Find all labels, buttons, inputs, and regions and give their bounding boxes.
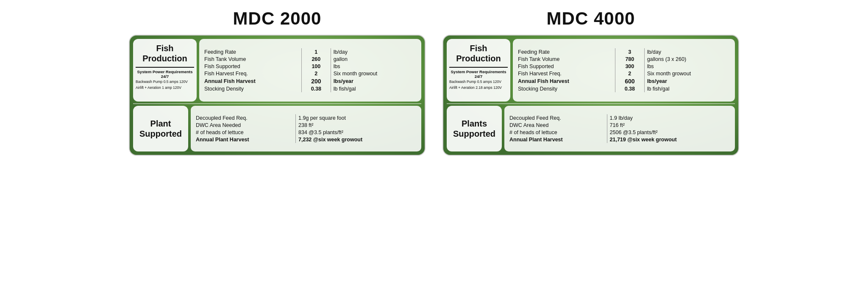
- fish-data-row: Fish Tank Volume260gallon: [203, 55, 418, 63]
- plant-data-row: Decoupled Feed Req.1.9 lb/day: [508, 114, 732, 121]
- fish-section-row: FishProductionSystem Power Requirements …: [443, 36, 738, 103]
- plant-row-value: 238 ft²: [296, 121, 418, 129]
- airlift-info: Airlift + Aeration 1 amp 120V: [136, 85, 194, 91]
- unit-mdc2000: MDC 2000FishProductionSystem Power Requi…: [129, 8, 426, 156]
- fish-production-label: FishProductionSystem Power Requirements …: [133, 39, 197, 102]
- airlift-info: Airlift + Aeration 2.18 amps 120V: [449, 85, 508, 91]
- fish-production-label: FishProductionSystem Power Requirements …: [447, 39, 510, 102]
- plant-data-row: # of heads of lettuce2506 @3.5 plants/ft…: [508, 129, 732, 136]
- plant-data-row: # of heads of lettuce834 @3.5 plants/ft²: [194, 129, 418, 136]
- plant-row-label: DWC Area Need: [508, 121, 607, 129]
- fish-row-value: 1: [302, 48, 331, 55]
- fish-production-title: FishProduction: [142, 43, 187, 63]
- plant-data-panel: Decoupled Feed Req.1.9 lb/dayDWC Area Ne…: [504, 106, 735, 151]
- card-content: FishProductionSystem Power Requirements …: [443, 36, 738, 155]
- fish-row-unit: Six month growout: [331, 70, 418, 77]
- fish-data-row: Feeding Rate3lb/day: [516, 48, 732, 55]
- fish-row-label: Fish Supported: [516, 63, 615, 70]
- fish-row-value: 2: [615, 70, 645, 77]
- fish-section-row: FishProductionSystem Power Requirements …: [130, 36, 425, 103]
- fish-data-panel: Feeding Rate3lb/dayFish Tank Volume780ga…: [513, 39, 735, 102]
- fish-data-row: Fish Harvest Freq.2Six month growout: [203, 70, 418, 77]
- plant-data-table: Decoupled Feed Req.1.9 lb/dayDWC Area Ne…: [508, 114, 732, 143]
- fish-row-label: Feeding Rate: [516, 48, 615, 55]
- fish-row-label: Annual Fish Harvest: [203, 77, 302, 85]
- fish-data-row: Stocking Density0.38lb fish/gal: [203, 85, 418, 92]
- fish-data-row: Fish Supported300lbs: [516, 63, 732, 70]
- plant-data-panel: Decoupled Feed Req.1.9g per square footD…: [191, 106, 421, 151]
- fish-row-unit: lbs/year: [331, 77, 418, 85]
- plant-section-row: PlantsSupportedDecoupled Feed Req.1.9 lb…: [443, 104, 738, 155]
- plant-row-value: 7,232 @six week growout: [296, 136, 418, 143]
- fish-row-label: Feeding Rate: [203, 48, 302, 55]
- plant-supported-label: PlantsSupported: [447, 106, 502, 151]
- fish-row-label: Fish Harvest Freq.: [203, 70, 302, 77]
- fish-data-table: Feeding Rate1lb/dayFish Tank Volume260ga…: [203, 48, 418, 92]
- page-container: MDC 2000FishProductionSystem Power Requi…: [8, 8, 860, 156]
- plant-row-label: Annual Plant Harvest: [194, 136, 296, 143]
- fish-data-row: Stocking Density0.38lb fish/gal: [516, 85, 732, 92]
- fish-data-row: Fish Harvest Freq.2Six month growout: [516, 70, 732, 77]
- fish-row-unit: gallon: [331, 55, 418, 63]
- plant-supported-title: PlantsSupported: [453, 118, 495, 139]
- plant-data-row: Decoupled Feed Req.1.9g per square foot: [194, 114, 418, 121]
- plant-data-row: DWC Area Needed238 ft²: [194, 121, 418, 129]
- fish-row-value: 2: [302, 70, 331, 77]
- fish-row-value: 100: [302, 63, 331, 70]
- fish-row-value: 300: [615, 63, 645, 70]
- title-mdc2000: MDC 2000: [233, 8, 322, 29]
- fish-row-label: Fish Supported: [203, 63, 302, 70]
- backwash-pump-info: Backwash Pump 0.5 amps 120V: [136, 80, 194, 85]
- backwash-pump-info: Backwash Pump 0.5 amps 120V: [449, 80, 508, 85]
- plant-supported-title: PlantSupported: [139, 118, 182, 139]
- fish-production-title: FishProduction: [456, 43, 501, 63]
- fish-data-row: Annual Fish Harvest600lbs/year: [516, 77, 732, 85]
- fish-row-unit: lb/day: [644, 48, 732, 55]
- fish-row-unit: lb fish/gal: [331, 85, 418, 92]
- fish-row-label: Stocking Density: [203, 85, 302, 92]
- card-mdc4000: FishProductionSystem Power Requirements …: [442, 35, 739, 156]
- plant-data-row: DWC Area Need716 ft²: [508, 121, 732, 129]
- fish-row-value: 3: [615, 48, 645, 55]
- fish-row-value: 600: [615, 77, 645, 85]
- fish-data-panel: Feeding Rate1lb/dayFish Tank Volume260ga…: [199, 39, 421, 102]
- plant-row-label: # of heads of lettuce: [508, 129, 607, 136]
- fish-row-label: Fish Harvest Freq.: [516, 70, 615, 77]
- plant-row-value: 1.9g per square foot: [296, 114, 418, 121]
- fish-row-unit: lbs: [644, 63, 732, 70]
- fish-row-label: Fish Tank Volume: [516, 55, 615, 63]
- fish-row-unit: lb/day: [331, 48, 418, 55]
- fish-row-value: 260: [302, 55, 331, 63]
- fish-row-value: 0.38: [615, 85, 645, 92]
- plant-row-label: Annual Plant Harvest: [508, 136, 607, 143]
- plant-supported-label: PlantSupported: [133, 106, 188, 151]
- fish-row-label: Fish Tank Volume: [203, 55, 302, 63]
- fish-row-unit: gallons (3 x 260): [644, 55, 732, 63]
- fish-row-value: 200: [302, 77, 331, 85]
- plant-row-value: 1.9 lb/day: [607, 114, 732, 121]
- title-mdc4000: MDC 4000: [547, 8, 635, 29]
- plant-row-label: Decoupled Feed Req.: [508, 114, 607, 121]
- card-mdc2000: FishProductionSystem Power Requirements …: [129, 35, 426, 156]
- fish-row-unit: lbs/year: [644, 77, 732, 85]
- fish-row-value: 780: [615, 55, 645, 63]
- plant-section-row: PlantSupportedDecoupled Feed Req.1.9g pe…: [130, 104, 425, 155]
- plant-row-value: 2506 @3.5 plants/ft²: [607, 129, 732, 136]
- fish-row-unit: lb fish/gal: [644, 85, 732, 92]
- plant-data-table: Decoupled Feed Req.1.9g per square footD…: [194, 114, 418, 143]
- system-power-label: System Power Requirements 24/7: [136, 67, 194, 79]
- fish-row-unit: Six month growout: [644, 70, 732, 77]
- system-power-label: System Power Requirements 24/7: [449, 67, 508, 79]
- fish-data-row: Annual Fish Harvest200lbs/year: [203, 77, 418, 85]
- fish-data-row: Fish Tank Volume780gallons (3 x 260): [516, 55, 732, 63]
- plant-row-label: DWC Area Needed: [194, 121, 296, 129]
- plant-data-row: Annual Plant Harvest21,719 @six week gro…: [508, 136, 732, 143]
- plant-row-value: 716 ft²: [607, 121, 732, 129]
- fish-data-row: Fish Supported100lbs: [203, 63, 418, 70]
- fish-row-unit: lbs: [331, 63, 418, 70]
- plant-row-label: # of heads of lettuce: [194, 129, 296, 136]
- fish-row-value: 0.38: [302, 85, 331, 92]
- plant-row-label: Decoupled Feed Req.: [194, 114, 296, 121]
- unit-mdc4000: MDC 4000FishProductionSystem Power Requi…: [442, 8, 739, 156]
- plant-row-value: 834 @3.5 plants/ft²: [296, 129, 418, 136]
